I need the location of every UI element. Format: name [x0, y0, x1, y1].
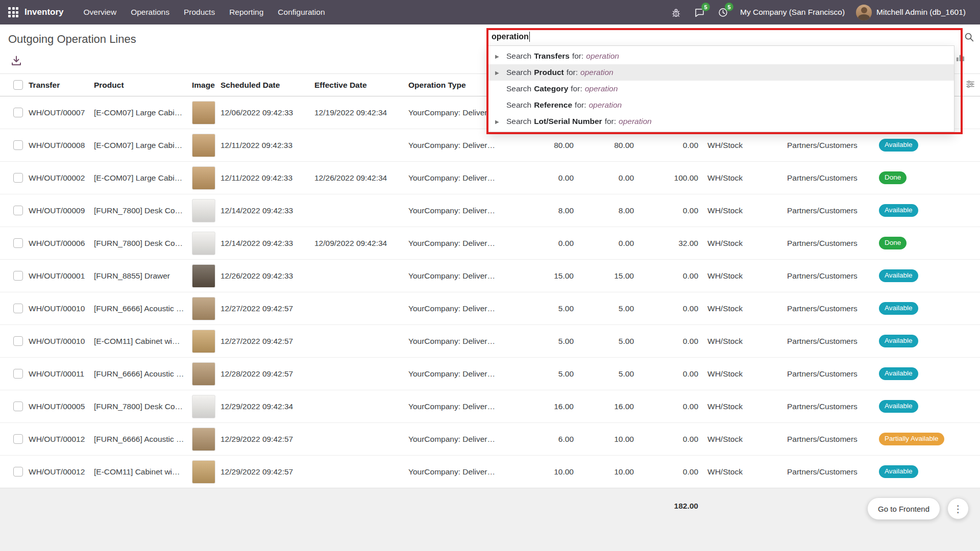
row-checkbox[interactable] [13, 304, 23, 313]
cell-quantity-3: 0.00 [636, 390, 700, 423]
row-checkbox[interactable] [13, 206, 23, 215]
row-checkbox[interactable] [13, 402, 23, 411]
menu-operations[interactable]: Operations [124, 4, 176, 20]
app-name[interactable]: Inventory [24, 7, 64, 17]
activities-clock-icon[interactable]: 5 [717, 6, 729, 18]
operation-lines-table: Transfer Product Image Scheduled Date Ef… [0, 73, 980, 488]
search-suggestion[interactable]: ▶ Search Transfers for: operation [488, 48, 954, 64]
cell-status: Done [859, 162, 961, 194]
cell-spacer [961, 260, 980, 292]
column-header-transfer[interactable]: Transfer [27, 74, 92, 96]
column-header-image[interactable]: Image [190, 74, 218, 96]
status-badge: Available [879, 400, 918, 413]
company-switcher[interactable]: My Company (San Francisco) [740, 8, 845, 17]
cell-status: Available [859, 325, 961, 358]
list-footer: 182.00 Go to Frontend ⋮ [0, 488, 980, 551]
cell-spacer [961, 456, 980, 488]
more-options-button[interactable]: ⋮ [947, 498, 969, 519]
cell-transfer: WH/OUT/00008 [27, 129, 92, 162]
table-row[interactable]: WH/OUT/00012 [E-COM11] Cabinet wi… 12/29… [0, 456, 980, 488]
row-checkbox[interactable] [13, 238, 23, 248]
debug-bug-icon[interactable] [670, 6, 682, 18]
cell-effective-date [312, 423, 406, 456]
row-checkbox[interactable] [13, 369, 23, 379]
cell-quantity-2: 80.00 [576, 129, 636, 162]
search-suggestion[interactable]: ▶ Search Lot/Serial Number for: operatio… [488, 113, 954, 130]
export-button[interactable] [8, 53, 24, 69]
select-all-checkbox[interactable] [13, 80, 23, 90]
table-row[interactable]: WH/OUT/00005 [FURN_7800] Desk Co… 12/29/… [0, 390, 980, 423]
cell-product: [E-COM07] Large Cabi… [92, 96, 190, 129]
table-row[interactable]: WH/OUT/00001 [FURN_8855] Drawer 12/26/20… [0, 260, 980, 292]
menu-overview[interactable]: Overview [77, 4, 124, 20]
table-row[interactable]: WH/OUT/00011 [FURN_6666] Acoustic … 12/2… [0, 358, 980, 390]
menu-products[interactable]: Products [177, 4, 222, 20]
apps-menu-icon[interactable] [8, 7, 18, 17]
cell-to-location: Partners/Customers [772, 358, 859, 390]
cell-to-location: Partners/Customers [772, 423, 859, 456]
cell-scheduled-date: 12/29/2022 09:42:57 [218, 423, 312, 456]
cell-operation-type: YourCompany: Deliver… [406, 194, 501, 227]
cell-product: [FURN_7800] Desk Co… [92, 227, 190, 260]
cell-scheduled-date: 12/29/2022 09:42:34 [218, 390, 312, 423]
row-checkbox[interactable] [13, 140, 23, 150]
cell-quantity-3: 0.00 [636, 129, 700, 162]
expand-arrow-icon: ▶ [495, 70, 506, 76]
table-row[interactable]: WH/OUT/00009 [FURN_7800] Desk Co… 12/14/… [0, 194, 980, 227]
cell-from-location: WH/Stock [700, 194, 772, 227]
search-suggestion[interactable]: ▶ Search Product for: operation [488, 64, 954, 81]
cell-from-location: WH/Stock [700, 162, 772, 194]
product-image [192, 362, 215, 386]
search-icon[interactable] [964, 32, 975, 45]
cell-from-location: WH/Stock [700, 129, 772, 162]
cell-to-location: Partners/Customers [772, 194, 859, 227]
row-checkbox[interactable] [13, 108, 23, 117]
cell-quantity-1: 5.00 [501, 325, 576, 358]
cell-product: [FURN_7800] Desk Co… [92, 194, 190, 227]
cell-from-location: WH/Stock [700, 390, 772, 423]
cell-from-location: WH/Stock [700, 260, 772, 292]
row-checkbox[interactable] [13, 434, 23, 444]
cell-quantity-3: 0.00 [636, 423, 700, 456]
cell-quantity-1: 5.00 [501, 292, 576, 325]
optional-columns-button[interactable] [961, 74, 980, 96]
column-header-scheduled-date[interactable]: Scheduled Date [218, 74, 312, 96]
row-checkbox[interactable] [13, 336, 23, 346]
cell-operation-type: YourCompany: Deliver… [406, 129, 501, 162]
table-row[interactable]: WH/OUT/00002 [E-COM07] Large Cabi… 12/11… [0, 162, 980, 194]
table-row[interactable]: WH/OUT/00012 [FURN_6666] Acoustic … 12/2… [0, 423, 980, 456]
go-to-frontend-button[interactable]: Go to Frontend [867, 497, 940, 520]
cell-status: Available [859, 292, 961, 325]
messages-icon[interactable]: 5 [693, 6, 705, 18]
cell-product: [FURN_6666] Acoustic … [92, 423, 190, 456]
user-menu[interactable]: Mitchell Admin (db_1601) [856, 5, 966, 20]
table-row[interactable]: WH/OUT/00006 [FURN_7800] Desk Co… 12/14/… [0, 227, 980, 260]
cell-effective-date [312, 260, 406, 292]
cell-transfer: WH/OUT/00012 [27, 423, 92, 456]
column-header-product[interactable]: Product [92, 74, 190, 96]
table-row[interactable]: WH/OUT/00010 [FURN_6666] Acoustic … 12/2… [0, 292, 980, 325]
product-image [192, 428, 215, 451]
cell-image [190, 456, 218, 488]
cell-quantity-1: 15.00 [501, 260, 576, 292]
cell-quantity-3: 100.00 [636, 162, 700, 194]
column-header-effective-date[interactable]: Effective Date [312, 74, 406, 96]
menu-reporting[interactable]: Reporting [223, 4, 270, 20]
search-input[interactable]: operation [487, 28, 954, 45]
row-checkbox[interactable] [13, 173, 23, 183]
view-switcher-icon[interactable] [955, 53, 965, 64]
search-suggestion[interactable]: ▶ Search Reference for: operation [488, 97, 954, 113]
status-badge: Partially Available [879, 433, 944, 445]
search-suggestion[interactable]: ▶ Search Category for: operation [488, 81, 954, 97]
row-checkbox[interactable] [13, 271, 23, 281]
row-checkbox[interactable] [13, 467, 23, 477]
cell-operation-type: YourCompany: Deliver… [406, 325, 501, 358]
table-row[interactable]: WH/OUT/00010 [E-COM11] Cabinet wi… 12/27… [0, 325, 980, 358]
cell-from-location: WH/Stock [700, 456, 772, 488]
cell-quantity-3: 0.00 [636, 194, 700, 227]
table-row[interactable]: WH/OUT/00008 [E-COM07] Large Cabi… 12/11… [0, 129, 980, 162]
menu-configuration[interactable]: Configuration [271, 4, 331, 20]
cell-scheduled-date: 12/29/2022 09:42:57 [218, 456, 312, 488]
cell-scheduled-date: 12/14/2022 09:42:33 [218, 227, 312, 260]
row-checkbox-cell [0, 129, 27, 162]
